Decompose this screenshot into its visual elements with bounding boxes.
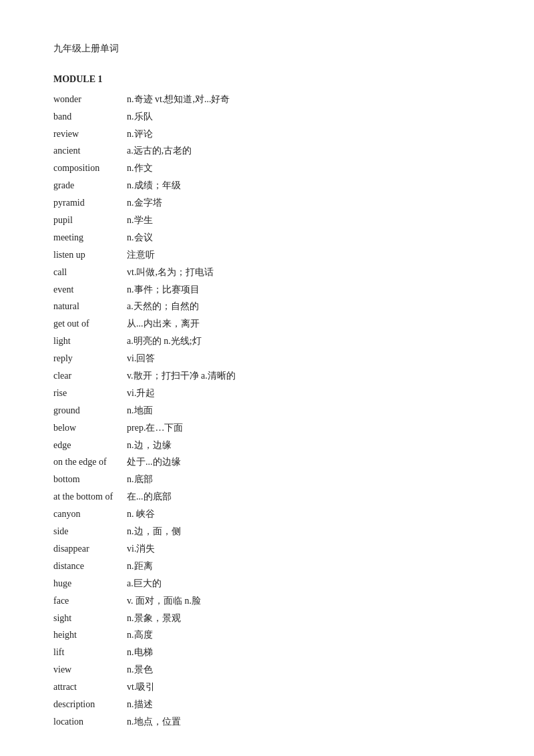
vocab-def: 处于...的边缘 — [127, 453, 181, 471]
vocab-list: wondern.奇迹 vt.想知道,对...好奇bandn.乐队reviewn.… — [53, 91, 481, 731]
vocab-word: ancient — [53, 142, 127, 160]
list-item: belowprep.在…下面 — [53, 419, 481, 437]
list-item: sightn.景象，景观 — [53, 610, 481, 627]
vocab-def: 从...内出来，离开 — [127, 315, 200, 333]
vocab-word: attract — [53, 679, 127, 696]
vocab-def: n.地点，位置 — [127, 713, 181, 731]
list-item: wondern.奇迹 vt.想知道,对...好奇 — [53, 91, 481, 108]
vocab-word: call — [53, 264, 127, 281]
list-item: facev. 面对，面临 n.脸 — [53, 592, 481, 610]
vocab-word: clear — [53, 367, 127, 385]
vocab-word: on the edge of — [53, 453, 127, 471]
list-item: listen up注意听 — [53, 246, 481, 264]
vocab-word: face — [53, 592, 127, 610]
list-item: siden.边，面，侧 — [53, 523, 481, 540]
vocab-def: n.事件；比赛项目 — [127, 281, 200, 299]
vocab-word: grade — [53, 177, 127, 194]
vocab-def: n.底部 — [127, 471, 153, 488]
vocab-word: below — [53, 419, 127, 437]
vocab-word: side — [53, 523, 127, 540]
list-item: pyramidn.金字塔 — [53, 194, 481, 212]
vocab-word: wonder — [53, 91, 127, 108]
vocab-def: n.景象，景观 — [127, 610, 181, 627]
module-title: MODULE 1 — [53, 71, 481, 88]
list-item: clearv.散开；打扫干净 a.清晰的 — [53, 367, 481, 385]
list-item: locationn.地点，位置 — [53, 713, 481, 731]
vocab-word: light — [53, 333, 127, 350]
vocab-word: band — [53, 108, 127, 126]
vocab-def: n.描述 — [127, 696, 153, 713]
list-item: lighta.明亮的 n.光线;灯 — [53, 333, 481, 350]
vocab-word: view — [53, 661, 127, 679]
vocab-def: vt.吸引 — [127, 679, 155, 696]
vocab-word: sight — [53, 610, 127, 627]
vocab-word: event — [53, 281, 127, 299]
vocab-word: location — [53, 713, 127, 731]
list-item: risevi.升起 — [53, 385, 481, 402]
vocab-word: height — [53, 626, 127, 644]
vocab-def: v.散开；打扫干净 a.清晰的 — [127, 367, 236, 385]
list-item: on the edge of处于...的边缘 — [53, 453, 481, 471]
vocab-def: prep.在…下面 — [127, 419, 183, 437]
vocab-def: a.明亮的 n.光线;灯 — [127, 333, 202, 350]
list-item: liftn.电梯 — [53, 644, 481, 661]
list-item: naturala.天然的；自然的 — [53, 298, 481, 315]
vocab-def: a.天然的；自然的 — [127, 298, 199, 315]
vocab-word: huge — [53, 575, 127, 592]
list-item: meetingn.会议 — [53, 229, 481, 246]
vocab-word: meeting — [53, 229, 127, 246]
vocab-def: n.边，边缘 — [127, 437, 172, 454]
list-item: attractvt.吸引 — [53, 679, 481, 696]
list-item: compositionn.作文 — [53, 160, 481, 177]
list-item: replyvi.回答 — [53, 350, 481, 367]
vocab-word: distance — [53, 558, 127, 575]
vocab-def: a.远古的,古老的 — [127, 142, 192, 160]
page-title: 九年级上册单词 — [53, 40, 481, 57]
list-item: graden.成绩；年级 — [53, 177, 481, 194]
list-item: bandn.乐队 — [53, 108, 481, 126]
list-item: edgen.边，边缘 — [53, 437, 481, 454]
vocab-word: pyramid — [53, 194, 127, 212]
list-item: canyonn. 峡谷 — [53, 506, 481, 523]
vocab-word: listen up — [53, 246, 127, 264]
list-item: callvt.叫做,名为；打电话 — [53, 264, 481, 281]
vocab-def: vi.升起 — [127, 385, 155, 402]
vocab-def: a.巨大的 — [127, 575, 162, 592]
list-item: reviewn.评论 — [53, 126, 481, 143]
vocab-word: edge — [53, 437, 127, 454]
list-item: get out of从...内出来，离开 — [53, 315, 481, 333]
vocab-def: n.作文 — [127, 160, 153, 177]
vocab-def: v. 面对，面临 n.脸 — [127, 592, 201, 610]
vocab-def: n. 峡谷 — [127, 506, 155, 523]
vocab-word: at the bottom of — [53, 488, 127, 506]
vocab-word: description — [53, 696, 127, 713]
list-item: hugea.巨大的 — [53, 575, 481, 592]
list-item: distancen.距离 — [53, 558, 481, 575]
vocab-word: composition — [53, 160, 127, 177]
vocab-word: canyon — [53, 506, 127, 523]
vocab-def: n.距离 — [127, 558, 153, 575]
list-item: bottomn.底部 — [53, 471, 481, 488]
vocab-word: get out of — [53, 315, 127, 333]
vocab-def: n.乐队 — [127, 108, 153, 126]
vocab-word: review — [53, 126, 127, 143]
vocab-def: n.奇迹 vt.想知道,对...好奇 — [127, 91, 230, 108]
vocab-def: vi.回答 — [127, 350, 155, 367]
vocab-def: n.学生 — [127, 212, 153, 229]
list-item: eventn.事件；比赛项目 — [53, 281, 481, 299]
list-item: groundn.地面 — [53, 402, 481, 419]
vocab-def: n.景色 — [127, 661, 153, 679]
vocab-word: disappear — [53, 540, 127, 558]
vocab-def: n.高度 — [127, 626, 153, 644]
list-item: heightn.高度 — [53, 626, 481, 644]
vocab-def: n.会议 — [127, 229, 153, 246]
vocab-def: 注意听 — [127, 246, 155, 264]
list-item: viewn.景色 — [53, 661, 481, 679]
vocab-word: ground — [53, 402, 127, 419]
vocab-def: n.成绩；年级 — [127, 177, 181, 194]
vocab-def: n.边，面，侧 — [127, 523, 181, 540]
vocab-def: vi.消失 — [127, 540, 155, 558]
list-item: ancienta.远古的,古老的 — [53, 142, 481, 160]
vocab-word: pupil — [53, 212, 127, 229]
list-item: descriptionn.描述 — [53, 696, 481, 713]
